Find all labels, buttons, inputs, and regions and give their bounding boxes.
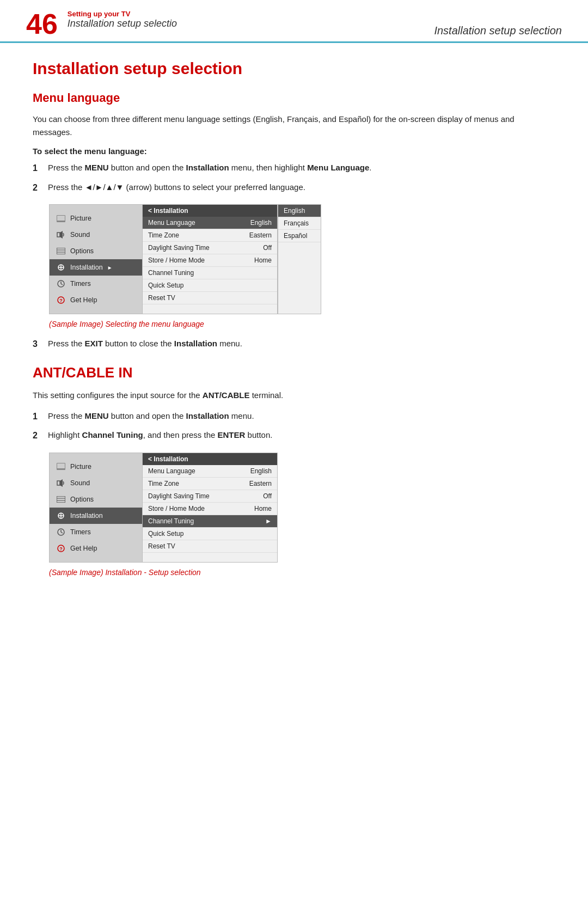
picture-icon-2 [56,462,66,472]
arrow-icon: ► [107,265,113,271]
picture-icon [56,213,66,223]
menu-row-dst-2: Daylight Saving Time Off [143,490,277,503]
menu-row-resettv-2: Reset TV [143,540,277,553]
list-item: 3 Press the EXIT button to close the Ins… [33,337,555,351]
menu-left-panel-2: Picture Sound Options Installation [50,453,142,562]
svg-marker-3 [60,231,63,239]
menu-row-resettv: Reset TV [143,292,277,304]
language-dropdown: English Français Español [278,204,321,314]
sample-caption-2: (Sample Image) Installation - Setup sele… [49,568,555,577]
menu-item-installation-2: Installation [50,508,142,524]
step-number: 2 [33,429,48,443]
step-content: Press the MENU button and open the Insta… [48,410,555,423]
step-content: Highlight Channel Tuning, and then press… [48,429,555,442]
menu-row-storemode-2: Store / Home Mode Home [143,503,277,515]
menu-item-label: Installation [70,512,103,520]
menu-right-header-2: < Installation [143,453,277,465]
timers-icon-2 [56,527,66,537]
page-number: 46 [26,10,58,38]
step-content: Press the MENU button and open the Insta… [48,161,555,174]
page-number-block: 46 Setting up your TV Installation setup… [26,10,177,38]
menu-item-gethelp-2: ? Get Help [50,540,142,557]
menu-item-label: Timers [70,528,91,536]
help-icon-2: ? [56,544,66,553]
menu-item-options-2: Options [50,491,142,508]
menu-item-options: Options [50,243,142,259]
svg-rect-1 [57,216,65,221]
menu-row-label: Channel Tuning [148,269,194,277]
menu-row-label: Store / Home Mode [148,505,205,512]
menu-item-picture-2: Picture [50,459,142,475]
dropdown-option-espanol: Español [278,230,321,242]
menu-item-timers: Timers [50,276,142,292]
step-number: 1 [33,161,48,175]
step-content: Press the ◄/►/▲/▼ (arrow) buttons to sel… [48,181,555,194]
menu-left-panel: Picture Sound Options [50,205,142,314]
dropdown-option-francais: Français [278,217,321,230]
step-number: 1 [33,410,48,424]
menu-row-label: Channel Tuning [148,517,194,525]
list-item: 1 Press the MENU button and open the Ins… [33,161,555,175]
menu-item-label: Options [70,247,94,255]
menu-row-channeltuning-2: Channel Tuning ► [143,515,277,528]
section-title: Installation setup selection [33,59,555,78]
select-menu-language-label: To select the menu language: [33,146,555,156]
menu-language-body: You can choose from three different menu… [33,113,555,139]
menu-row-value: Off [263,492,272,500]
menu-row-label: Daylight Saving Time [148,244,210,252]
menu-item-label: Options [70,496,94,503]
menu-image-1: Picture Sound Options [49,204,555,314]
svg-rect-2 [57,233,60,237]
menu-row-label: Quick Setup [148,530,183,538]
help-icon: ? [56,295,66,305]
menu-row-label: Store / Home Mode [148,257,205,264]
menu-row-menu-language: Menu Language English [143,217,277,229]
list-item: 2 Press the ◄/►/▲/▼ (arrow) buttons to s… [33,181,555,195]
menu-item-installation: Installation ► [50,259,142,276]
menu-row-value: ► [265,517,272,525]
menu-right-panel: < Installation Menu Language English Tim… [142,205,277,314]
menu-row-value: Off [263,244,272,252]
svg-rect-19 [57,496,65,503]
setting-up-label: Setting up your TV [68,10,177,18]
menu-item-sound: Sound [50,227,142,243]
installation-icon-2 [56,511,66,521]
svg-text:?: ? [59,298,63,303]
menu-item-label: Sound [70,479,90,487]
dropdown-option-english: English [278,205,321,217]
menu-row-label: Time Zone [148,480,179,487]
options-icon-2 [56,494,66,504]
sample-caption-1: (Sample Image) Selecting the menu langua… [49,320,555,328]
menu-language-title: Menu language [33,91,555,105]
menu-row-value: Eastern [249,231,272,239]
page-header: 46 Setting up your TV Installation setup… [0,0,588,43]
ant-cable-body: This setting configures the input source… [33,389,555,402]
menu-panel-1: Picture Sound Options [49,204,278,314]
svg-line-27 [61,532,63,533]
svg-rect-16 [57,463,65,468]
menu-row-menu-language-2: Menu Language English [143,465,277,478]
step-number: 3 [33,337,48,351]
menu-row-timezone: Time Zone Eastern [143,229,277,242]
step-number: 2 [33,181,48,195]
steps-list-1: 1 Press the MENU button and open the Ins… [33,161,555,194]
menu-image-2: Picture Sound Options Installation [49,453,278,563]
menu-row-label: Menu Language [148,467,195,475]
menu-row-value: English [250,467,272,475]
svg-rect-17 [57,481,60,485]
menu-row-label: Quick Setup [148,282,183,289]
menu-row-storemode: Store / Home Mode Home [143,254,277,267]
options-icon [56,246,66,256]
svg-rect-4 [57,248,65,254]
header-italic-right: Installation setup selection [434,25,562,38]
main-content: Installation setup selection Menu langua… [0,43,588,607]
menu-row-value: Home [254,257,272,264]
list-item: 2 Highlight Channel Tuning, and then pre… [33,429,555,443]
menu-row-value: Home [254,505,272,512]
menu-item-label: Picture [70,463,91,471]
menu-right-header: < Installation [143,205,277,217]
menu-row-label: Menu Language [148,219,195,227]
menu-row-channeltuning: Channel Tuning [143,267,277,279]
menu-item-timers-2: Timers [50,524,142,540]
svg-marker-18 [60,479,63,487]
